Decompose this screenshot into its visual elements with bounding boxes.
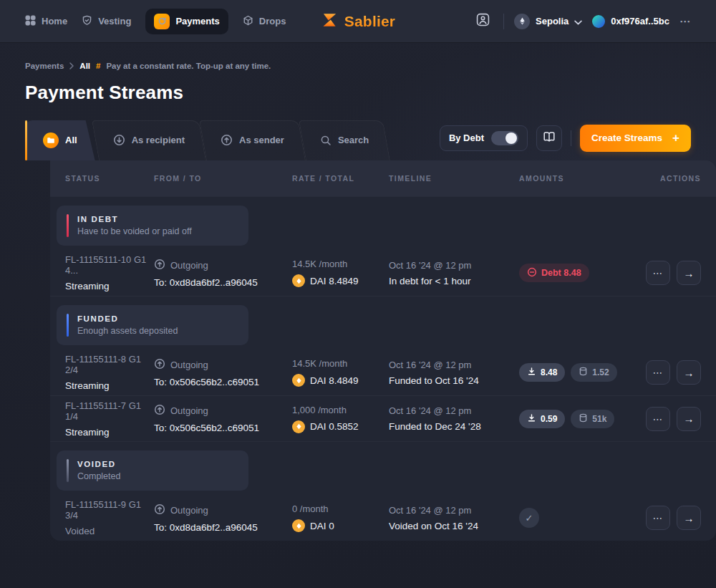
group-voided: VOIDED Completed FL-11155111-9 G1 3/4 Vo… [50, 441, 716, 541]
nav-item-drops[interactable]: Drops [243, 15, 286, 28]
stream-direction: Outgoing [170, 360, 208, 370]
outgoing-arrow-icon [154, 259, 165, 272]
stream-direction: Outgoing [170, 505, 208, 516]
stream-status: Streaming [65, 281, 154, 291]
debt-accent-bar [67, 214, 69, 237]
dai-token-icon [292, 420, 305, 433]
withdrawable-amount: 8.48 [541, 367, 557, 377]
filter-tabs: All As recipient As sender [25, 120, 387, 160]
minus-circle-icon [527, 267, 537, 279]
stream-counterparty: To: 0x506c56b2..c69051 [154, 377, 292, 387]
network-selector[interactable]: Sepolia [514, 14, 582, 29]
chevron-right-icon [69, 62, 74, 69]
stream-start: Oct 16 '24 @ 12 pm [389, 405, 519, 416]
column-timeline: TIMELINE [389, 174, 519, 183]
breadcrumb: Payments All # Pay at a constant rate. T… [25, 62, 691, 70]
dai-token-icon [292, 274, 305, 287]
divider [571, 130, 571, 146]
nav-label: Payments [175, 16, 219, 26]
stream-timeline: Voided on Oct 16 '24 [389, 521, 519, 531]
row-menu-button[interactable]: ⋯ [646, 261, 670, 285]
column-amounts: AMOUNTS [519, 174, 641, 183]
stream-row[interactable]: FL-11155111-10 G1 4... Streaming Outgoin… [50, 250, 716, 296]
nav-item-home[interactable]: Home [25, 15, 67, 28]
withdrawable-badge: 0.59 [519, 410, 565, 428]
sablier-hourglass-icon [321, 11, 339, 32]
wallet-chip[interactable]: 0xf976af..5bc [592, 15, 669, 28]
stream-row[interactable]: FL-11155111-8 G1 2/4 Streaming Outgoing … [50, 350, 716, 395]
database-icon [579, 413, 588, 425]
docs-button[interactable] [536, 125, 562, 151]
withdrawable-badge: 8.48 [519, 363, 565, 382]
group-header-card: VOIDED Completed [57, 450, 248, 491]
row-open-button[interactable]: → [677, 506, 701, 530]
debt-amount: Debt 8.48 [541, 268, 581, 278]
deposited-amount: 51k [592, 414, 606, 424]
nav-item-vesting[interactable]: Vesting [82, 15, 131, 28]
chevron-down-icon [574, 15, 582, 28]
network-name: Sepolia [536, 16, 569, 26]
by-debt-label: By Debt [449, 132, 484, 143]
arrow-down-circle-icon [113, 134, 125, 146]
create-streams-button[interactable]: Create Streams + [580, 125, 691, 152]
database-icon [579, 367, 588, 378]
row-menu-button[interactable]: ⋯ [646, 360, 670, 385]
toolbar: All As recipient As sender [25, 120, 691, 160]
tab-label: All [65, 135, 77, 145]
stream-start: Oct 16 '24 @ 12 pm [389, 260, 519, 271]
sablier-app: Home Vesting Payments Drops [0, 0, 716, 588]
divider [503, 14, 504, 29]
payments-refresh-icon [154, 14, 170, 29]
stream-direction: Outgoing [170, 405, 208, 416]
row-menu-button[interactable]: ⋯ [646, 506, 670, 530]
account-button[interactable] [472, 11, 493, 32]
stream-token-amount: DAI 0.5852 [310, 421, 359, 432]
row-open-button[interactable]: → [677, 261, 701, 285]
row-menu-button[interactable]: ⋯ [646, 407, 670, 431]
stream-counterparty: To: 0xd8da6bf2..a96045 [154, 277, 292, 288]
brand-name: Sablier [344, 13, 395, 30]
nav-label: Drops [259, 16, 286, 26]
tab-search[interactable]: Search [302, 120, 387, 160]
group-header-card: IN DEBT Have to be voided or paid off [57, 206, 248, 246]
stream-row[interactable]: FL-11155111-7 G1 1/4 Streaming Outgoing … [50, 395, 716, 441]
primary-nav: Home Vesting Payments Drops [25, 9, 286, 34]
main-content: Payments All # Pay at a constant rate. T… [0, 43, 716, 541]
group-subtitle: Enough assets deposited [77, 326, 178, 336]
breadcrumb-description: Pay at a constant rate. Top-up at any ti… [106, 62, 271, 70]
home-grid-icon [25, 15, 36, 28]
nav-item-payments[interactable]: Payments [145, 9, 228, 34]
by-debt-toggle-group: By Debt [440, 125, 528, 151]
dai-token-icon [292, 519, 305, 532]
streams-table: STATUS FROM / TO RATE / TOTAL TIMELINE A… [50, 160, 716, 541]
tab-label: Search [338, 135, 369, 145]
arrow-up-circle-icon [221, 134, 233, 146]
search-icon [320, 135, 332, 146]
withdrawable-amount: 0.59 [541, 414, 557, 424]
tab-as-recipient[interactable]: As recipient [95, 120, 203, 160]
group-subtitle: Have to be voided or paid off [77, 226, 192, 236]
row-open-button[interactable]: → [677, 360, 701, 385]
stream-id: FL-11155111-10 G1 4... [65, 254, 154, 276]
deposited-amount: 1.52 [592, 367, 609, 377]
stream-id: FL-11155111-9 G1 3/4 [65, 499, 154, 521]
stream-row[interactable]: FL-11155111-9 G1 3/4 Voided Outgoing To:… [50, 495, 716, 541]
stream-start: Oct 16 '24 @ 12 pm [389, 360, 519, 370]
wallet-menu-icon[interactable]: ⋯ [679, 16, 691, 26]
tab-all[interactable]: All [25, 120, 95, 160]
group-header-card: FUNDED Enough assets deposited [57, 305, 248, 345]
toggle-knob [505, 132, 517, 144]
tab-as-sender[interactable]: As sender [203, 120, 302, 160]
group-title: IN DEBT [77, 215, 192, 223]
download-icon [527, 367, 536, 378]
stream-status: Streaming [65, 427, 154, 438]
stream-timeline: Funded to Dec 24 '28 [389, 421, 519, 432]
stream-rate: 1,000 /month [292, 405, 389, 415]
row-open-button[interactable]: → [677, 407, 701, 431]
plus-icon: + [672, 132, 679, 144]
account-icon [476, 13, 490, 29]
by-debt-toggle[interactable] [491, 131, 518, 145]
sablier-logo[interactable]: Sablier [321, 11, 395, 32]
breadcrumb-payments[interactable]: Payments [25, 62, 64, 70]
stream-token-amount: DAI 8.4849 [310, 276, 359, 286]
